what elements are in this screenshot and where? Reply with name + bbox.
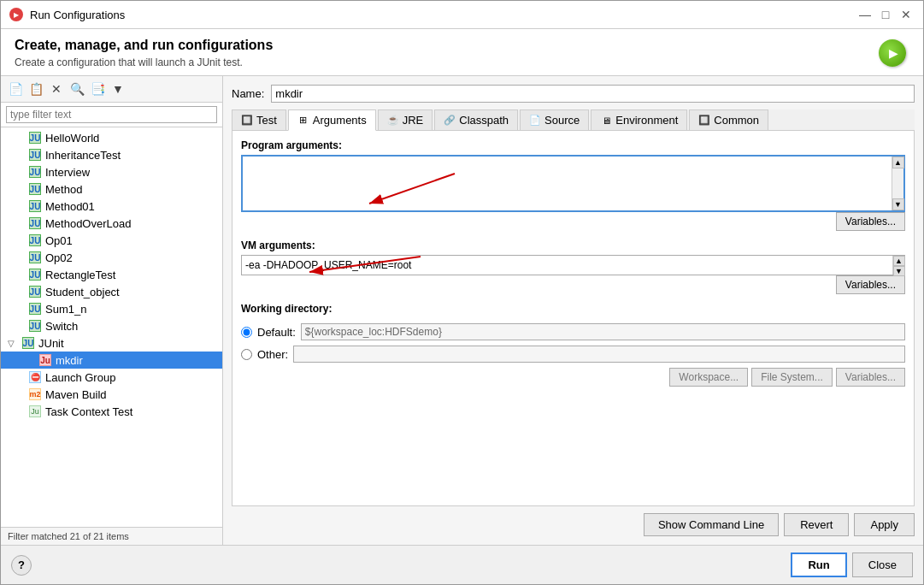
close-window-button[interactable]: ✕ — [898, 6, 915, 23]
title-bar-left: Run Configurations — [9, 8, 125, 21]
junit-icon: JU — [28, 131, 42, 145]
tab-source-label: Source — [544, 114, 580, 127]
run-icon-header[interactable] — [879, 39, 906, 67]
tab-source[interactable]: 📄 Source — [520, 109, 589, 130]
delete-button[interactable]: ✕ — [47, 80, 66, 98]
list-item[interactable]: JU Sum1_n — [1, 300, 222, 317]
program-args-label: Program arguments: — [241, 139, 905, 151]
tab-action-bar: Show Command Line Revert Apply — [232, 506, 915, 536]
name-input[interactable] — [271, 85, 915, 103]
test-tab-icon: 🔲 — [241, 115, 253, 127]
revert-button[interactable]: Revert — [784, 513, 849, 536]
mkdir-item[interactable]: Ju mkdir — [1, 352, 222, 369]
run-configurations-window: Run Configurations — □ ✕ Create, manage,… — [0, 0, 924, 585]
list-item[interactable]: JU HelloWorld — [1, 129, 222, 146]
scroll-up-vm-btn[interactable]: ▲ — [893, 256, 905, 266]
tab-arguments-label: Arguments — [313, 114, 367, 127]
window-controls: — □ ✕ — [856, 6, 915, 23]
vm-args-input[interactable] — [242, 256, 904, 275]
maximize-button[interactable]: □ — [877, 6, 894, 23]
filesystem-button[interactable]: File System... — [751, 368, 833, 387]
vm-args-scrollbar[interactable]: ▲ ▼ — [892, 256, 904, 275]
list-item[interactable]: JU Op01 — [1, 232, 222, 249]
other-radio[interactable] — [241, 349, 252, 360]
launch-group-icon: ⛔ — [28, 370, 42, 384]
duplicate-button[interactable]: 📋 — [26, 80, 45, 98]
apply-button[interactable]: Apply — [854, 513, 915, 536]
collapse-all-button[interactable]: 📑 — [88, 80, 107, 98]
maven-build-item[interactable]: m2 Maven Build — [1, 386, 222, 403]
show-command-line-button[interactable]: Show Command Line — [644, 513, 779, 536]
list-item[interactable]: JU Interview — [1, 163, 222, 180]
expand-arrow-icon: ▽ — [8, 339, 18, 348]
tab-jre-label: JRE — [403, 114, 424, 127]
environment-tab-icon: 🖥 — [600, 115, 612, 127]
run-button[interactable]: Run — [791, 552, 846, 577]
program-args-variables-button[interactable]: Variables... — [836, 212, 905, 231]
scroll-down-btn[interactable]: ▼ — [892, 198, 904, 210]
tab-common[interactable]: 🔲 Common — [689, 109, 768, 130]
tab-classpath[interactable]: 🔗 Classpath — [434, 109, 518, 130]
tab-environment-label: Environment — [615, 114, 678, 127]
search-input[interactable] — [6, 106, 217, 123]
task-icon: Ju — [28, 405, 42, 418]
task-context-item[interactable]: Ju Task Context Test — [1, 403, 222, 420]
junit-folder-icon: JU — [21, 336, 35, 350]
launch-group-item[interactable]: ⛔ Launch Group — [1, 369, 222, 386]
tabs-container: 🔲 Test ⊞ Arguments ☕ JRE 🔗 Classpath — [232, 109, 915, 506]
filter-button[interactable]: 🔍 — [68, 80, 86, 98]
list-item[interactable]: JU Student_object — [1, 283, 222, 300]
tree-item-label: Method01 — [45, 200, 95, 213]
list-item[interactable]: JU Method — [1, 180, 222, 198]
default-dir-input[interactable] — [301, 323, 905, 340]
tree-item-label: Student_object — [45, 286, 120, 298]
tree-item-label: InheritanceTest — [45, 149, 121, 162]
junit-icon: JU — [28, 216, 42, 230]
minimize-button[interactable]: — — [856, 6, 874, 23]
vm-args-variables-button[interactable]: Variables... — [836, 275, 905, 294]
bottom-bar: ? Run Close — [1, 545, 923, 584]
vm-args-variables-row: Variables... — [241, 275, 905, 294]
other-dir-input[interactable] — [293, 346, 905, 363]
junit-icon: JU — [28, 148, 42, 162]
program-args-input[interactable] — [243, 157, 903, 208]
junit-icon: JU — [28, 302, 42, 316]
header-subtitle: Create a configuration that will launch … — [15, 56, 909, 68]
new-config-button[interactable]: 📄 — [6, 80, 25, 98]
junit-icon: JU — [28, 268, 42, 281]
tab-arguments[interactable]: ⊞ Arguments — [288, 109, 376, 131]
list-item[interactable]: JU Op02 — [1, 249, 222, 266]
tab-environment[interactable]: 🖥 Environment — [591, 109, 687, 130]
tree-item-label: HelloWorld — [45, 132, 99, 145]
program-args-scrollbar[interactable]: ▲ ▼ — [892, 157, 903, 210]
menu-button[interactable]: ▼ — [109, 80, 127, 98]
junit-icon: JU — [28, 285, 42, 298]
list-item[interactable]: JU RectangleTest — [1, 266, 222, 283]
junit-icon: JU — [28, 319, 42, 333]
junit-group-item[interactable]: ▽ JU JUnit — [1, 334, 222, 352]
help-button[interactable]: ? — [11, 555, 32, 576]
list-item[interactable]: JU InheritanceTest — [1, 146, 222, 163]
tab-content-arguments: Program arguments: ▲ ▼ — [232, 131, 915, 506]
other-label: Other: — [257, 348, 288, 361]
tree-item-label: RectangleTest — [45, 269, 115, 281]
tree-item-label: mkdir — [56, 354, 83, 367]
jre-tab-icon: ☕ — [387, 115, 399, 127]
workdir-variables-button[interactable]: Variables... — [836, 368, 905, 387]
list-item[interactable]: JU Switch — [1, 317, 222, 334]
right-panel: Name: 🔲 Test ⊞ Arguments ☕ JRE — [223, 76, 923, 545]
list-item[interactable]: JU Method01 — [1, 198, 222, 215]
close-button[interactable]: Close — [852, 552, 913, 577]
scroll-up-btn[interactable]: ▲ — [892, 157, 904, 168]
tree-item-label: Interview — [45, 166, 90, 179]
default-radio[interactable] — [241, 327, 252, 338]
filter-status: Filter matched 21 of 21 items — [1, 527, 222, 545]
workspace-button[interactable]: Workspace... — [669, 368, 748, 387]
junit-icon: JU — [28, 233, 42, 247]
scroll-down-vm-btn[interactable]: ▼ — [893, 266, 905, 276]
list-item[interactable]: JU MethodOverLoad — [1, 215, 222, 232]
tab-test[interactable]: 🔲 Test — [232, 109, 286, 130]
run-play-icon[interactable] — [879, 39, 906, 67]
mkdir-icon: Ju — [38, 353, 52, 367]
tab-jre[interactable]: ☕ JRE — [378, 109, 433, 130]
